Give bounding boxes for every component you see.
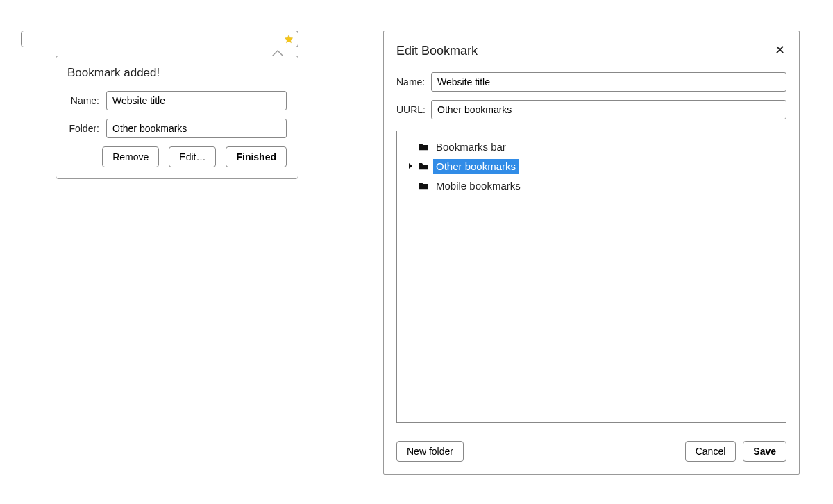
address-bar[interactable] (21, 31, 298, 47)
tree-item-label: Bookmarks bar (433, 140, 509, 154)
star-icon[interactable] (284, 34, 294, 44)
dialog-name-input[interactable] (431, 72, 786, 92)
tree-item-bookmarks-bar[interactable]: Bookmarks bar (400, 137, 783, 156)
tree-item-label: Other bookmarks (433, 159, 519, 174)
folder-icon (418, 180, 429, 190)
new-folder-button[interactable]: New folder (396, 441, 464, 462)
dialog-title: Edit Bookmark (396, 44, 478, 58)
dialog-name-label: Name: (396, 76, 431, 87)
dialog-url-input[interactable] (431, 100, 786, 119)
popover-title: Bookmark added! (67, 66, 287, 80)
folder-label: Folder: (67, 123, 106, 134)
name-label: Name: (67, 95, 106, 106)
dialog-url-label: UURL: (396, 104, 431, 115)
bookmark-folder-input[interactable] (106, 119, 287, 138)
bookmark-added-popover: Bookmark added! Name: Folder: Remove Edi… (56, 56, 298, 179)
folder-icon (418, 142, 429, 151)
remove-button[interactable]: Remove (102, 146, 159, 167)
tree-item-label: Mobile bookmarks (433, 178, 523, 193)
edit-button[interactable]: Edit… (169, 146, 216, 167)
cancel-button[interactable]: Cancel (685, 441, 737, 462)
save-button[interactable]: Save (743, 441, 786, 462)
folder-tree[interactable]: Bookmarks bar Other bookmarks Mobile boo… (396, 131, 786, 423)
chevron-right-icon[interactable] (408, 162, 414, 169)
close-icon[interactable]: ✕ (773, 44, 786, 56)
bookmark-name-input[interactable] (106, 91, 287, 110)
folder-icon (418, 161, 429, 171)
tree-item-mobile-bookmarks[interactable]: Mobile bookmarks (400, 176, 783, 195)
finished-button[interactable]: Finished (226, 146, 287, 167)
tree-item-other-bookmarks[interactable]: Other bookmarks (400, 156, 783, 176)
edit-bookmark-dialog: Edit Bookmark ✕ Name: UURL: Bookmarks ba… (383, 31, 800, 475)
